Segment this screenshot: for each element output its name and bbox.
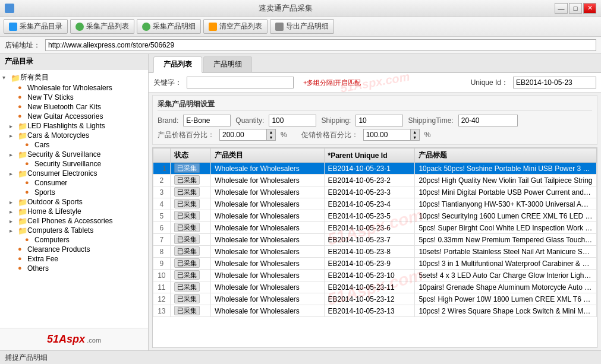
tree-item-outdoor[interactable]: ▸ 📁 Outdoor & Sports xyxy=(0,197,148,207)
cell-num: 12 xyxy=(153,293,171,305)
table-row[interactable]: 2 已采集 Wholesale for Wholesalers EB2014-1… xyxy=(153,175,597,186)
tree-item-computers-sub[interactable]: ● Computers xyxy=(0,235,148,245)
tree-item-cars[interactable]: ▸ 📁 Cars & Motorcycles xyxy=(0,131,148,140)
promo-pct-up[interactable]: ▲ xyxy=(411,129,419,135)
tree-item-guitar[interactable]: ● New Guitar Accessories xyxy=(0,112,148,121)
tree-item-computers[interactable]: ▸ 📁 Computers & Tablets xyxy=(0,226,148,235)
sidebar: 产品目录 ▾ 📁 所有类目 ● Wholesale for Wholesaler… xyxy=(0,54,149,350)
tree-item-security-sub[interactable]: ● Security Surveillance xyxy=(0,159,148,169)
clear-list-button[interactable]: 清空产品列表 xyxy=(203,19,268,34)
tree-item-bluetooth[interactable]: ● New Bluetooth Car Kits xyxy=(0,102,148,112)
tree-container: ▾ 📁 所有类目 ● Wholesale for Wholesalers ● N… xyxy=(0,69,148,328)
leaf-icon-con-sub: ● xyxy=(25,179,33,187)
leaf-icon-3: ● xyxy=(18,103,26,111)
status-badge: 已采集 xyxy=(174,235,200,244)
table-row[interactable]: ▶1 已采集 Wholesale for Wholesalers EB2014-… xyxy=(153,163,597,175)
app-icon xyxy=(5,4,14,13)
price-pct-up[interactable]: ▲ xyxy=(267,129,275,135)
status-badge: 已采集 xyxy=(174,223,200,232)
table-row[interactable]: 9 已采集 Wholesale for Wholesalers EB2014-1… xyxy=(153,258,597,270)
cell-num: ▶1 xyxy=(153,163,171,175)
tree-item-wholesalers[interactable]: ● Wholesale for Wholesalers xyxy=(0,83,148,93)
tree-item-consumer-sub[interactable]: ● Consumer xyxy=(0,178,148,188)
price-pct-input[interactable] xyxy=(219,129,267,141)
table-row[interactable]: 8 已采集 Wholesale for Wholesalers EB2014-1… xyxy=(153,246,597,258)
brand-label: Brand: xyxy=(158,116,178,125)
leaf-icon-clear: ● xyxy=(18,245,26,254)
table-header: 状态 产品类目 *Parent Unique Id 产品标题 xyxy=(153,148,597,163)
cell-category: Wholesale for Wholesalers xyxy=(211,281,324,293)
tree-label-outdoor: Outdoor & Sports xyxy=(27,198,83,206)
table-row[interactable]: 11 已采集 Wholesale for Wholesalers EB2014-… xyxy=(153,281,597,293)
table-row[interactable]: 5 已采集 Wholesale for Wholesalers EB2014-1… xyxy=(153,210,597,222)
table-row[interactable]: 3 已采集 Wholesale for Wholesalers EB2014-1… xyxy=(153,186,597,198)
tree-item-consumer[interactable]: ▸ 📁 Consumer Electronics xyxy=(0,169,148,178)
folder-icon-security: 📁 xyxy=(18,150,26,159)
cell-status: 已采集 xyxy=(170,210,210,222)
tree-item-clearance[interactable]: ● Clearance Products xyxy=(0,245,148,254)
unique-id-input[interactable] xyxy=(513,77,596,88)
price-pct-label: 产品价格百分比： xyxy=(158,130,215,140)
cell-status: 已采集 xyxy=(170,305,210,317)
tree-label-computers: Computers & Tablets xyxy=(27,226,93,235)
tab-product-detail[interactable]: 产品明细 xyxy=(203,56,252,72)
quantity-input[interactable] xyxy=(269,115,316,126)
tree-item-security[interactable]: ▸ 📁 Security & Surveillance xyxy=(0,150,148,159)
cell-title: 5pcs! Super Birght Cool White LED Inspec… xyxy=(415,222,597,234)
table-row[interactable]: 10 已采集 Wholesale for Wholesalers EB2014-… xyxy=(153,270,597,281)
table-row[interactable]: 4 已采集 Wholesale for Wholesalers EB2014-1… xyxy=(153,198,597,210)
tab-product-list[interactable]: 产品列表 xyxy=(153,56,202,73)
table-row[interactable]: 12 已采集 Wholesale for Wholesalers EB2014-… xyxy=(153,293,597,305)
col-header-status: 状态 xyxy=(170,148,210,163)
table-row[interactable]: 7 已采集 Wholesale for Wholesalers EB2014-1… xyxy=(153,234,597,246)
table-row[interactable]: 6 已采集 Wholesale for Wholesalers EB2014-1… xyxy=(153,222,597,234)
table-row[interactable]: 13 已采集 Wholesale for Wholesalers EB2014-… xyxy=(153,305,597,317)
cell-category: Wholesale for Wholesalers xyxy=(211,222,324,234)
tree-label-tvsticks: New TV Sticks xyxy=(27,93,74,102)
collect-list-button[interactable]: 采集产品列表 xyxy=(70,19,134,34)
collect-catalog-button[interactable]: 采集产品目录 xyxy=(4,19,68,34)
promo-pct-down[interactable]: ▼ xyxy=(411,135,419,140)
price-pct-down[interactable]: ▼ xyxy=(267,135,275,140)
tree-item-extrafee[interactable]: ● Extra Fee xyxy=(0,254,148,264)
close-button[interactable]: ✕ xyxy=(583,3,596,14)
shipping-time-input[interactable] xyxy=(458,115,518,126)
brand-input[interactable] xyxy=(183,115,231,126)
cell-status: 已采集 xyxy=(170,186,210,198)
sidebar-header: 产品目录 xyxy=(0,54,148,69)
settings-row-1: Brand: Quantity: Shipping: ShippingTime: xyxy=(158,115,592,126)
keyword-input[interactable] xyxy=(187,77,294,88)
tree-item-led[interactable]: ▸ 📁 LED Flashlights & Lights xyxy=(0,121,148,131)
expand-icon-cell: ▸ xyxy=(10,218,17,224)
maximize-button[interactable]: □ xyxy=(569,3,582,14)
shipping-input[interactable] xyxy=(355,115,403,126)
collect-detail-button[interactable]: 采集产品明细 xyxy=(137,19,201,34)
table-body: ▶1 已采集 Wholesale for Wholesalers EB2014-… xyxy=(153,163,597,317)
tree-item-cars-sub[interactable]: ● Cars xyxy=(0,140,148,150)
expand-icon-root: ▾ xyxy=(2,74,10,81)
tree-item-cellphones[interactable]: ▸ 📁 Cell Phones & Accessories xyxy=(0,216,148,226)
cell-status: 已采集 xyxy=(170,222,210,234)
cell-category: Wholesale for Wholesalers xyxy=(211,293,324,305)
cell-category: Wholesale for Wholesalers xyxy=(211,198,324,210)
promo-pct-input[interactable] xyxy=(363,129,411,141)
folder-icon-cars: 📁 xyxy=(18,131,26,140)
col-header-parent-id: *Parent Unique Id xyxy=(324,148,415,163)
main-content: 产品目录 ▾ 📁 所有类目 ● Wholesale for Wholesaler… xyxy=(0,54,601,350)
export-detail-button[interactable]: 导出产品明细 xyxy=(270,19,334,34)
tree-item-tvsticks[interactable]: ● New TV Sticks xyxy=(0,93,148,102)
minimize-button[interactable]: — xyxy=(555,3,568,14)
tree-item-others[interactable]: ● Others xyxy=(0,264,148,273)
address-input[interactable] xyxy=(45,39,596,51)
data-table-container: 51Aspx.com 51Aspx.com 状态 产品类目 *Parent Un… xyxy=(152,147,597,348)
app-title: 速卖通产品采集 xyxy=(17,3,555,14)
tree-item-root[interactable]: ▾ 📁 所有类目 xyxy=(0,72,148,83)
cell-num: 10 xyxy=(153,270,171,281)
tree-item-home[interactable]: ▸ 📁 Home & Lifestyle xyxy=(0,207,148,216)
tree-item-sports-sub[interactable]: ● Sports xyxy=(0,188,148,197)
cell-num: 3 xyxy=(153,186,171,198)
cell-title: 10pcs! Tiantianyong HW-530+ KT-3000 Univ… xyxy=(415,198,597,210)
cell-status: 已采集 xyxy=(170,270,210,281)
cell-status: 已采集 xyxy=(170,258,210,270)
cell-category: Wholesale for Wholesalers xyxy=(211,175,324,186)
